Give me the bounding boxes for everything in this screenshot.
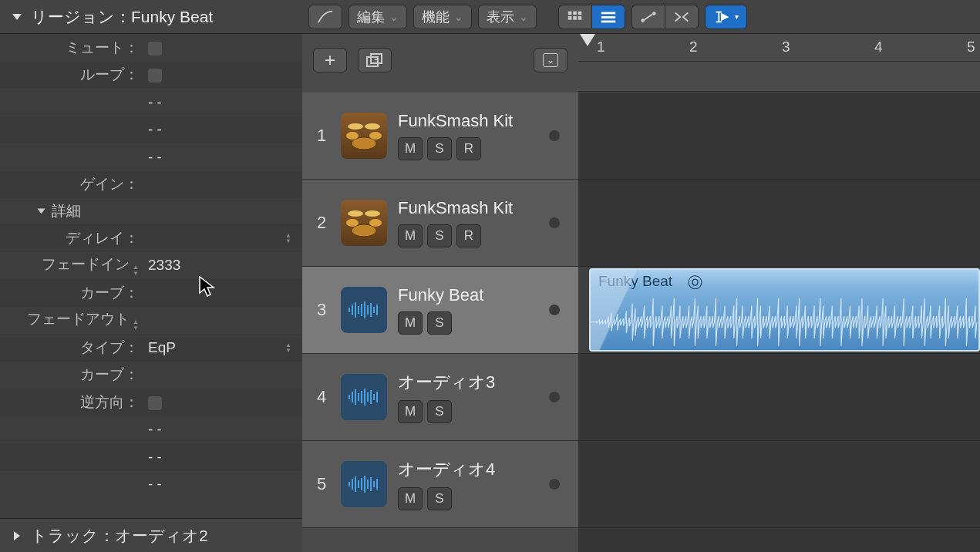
ruler[interactable]: 1 2 3 4 5: [578, 34, 980, 93]
track-m-button[interactable]: M: [398, 400, 423, 423]
edit-menu[interactable]: 編集: [349, 5, 407, 29]
track-name: オーディオ4: [398, 458, 495, 481]
track-m-button[interactable]: M: [398, 487, 423, 510]
list-view-button[interactable]: [591, 5, 625, 29]
track-name: FunkSmash Kit: [398, 111, 513, 131]
svg-point-16: [346, 132, 359, 140]
fadein-label: フェードイン: [0, 254, 143, 277]
main-area: 編集 機能 表示 ▾ + + ⌄ 1 2 3 4 5: [302, 0, 980, 552]
track-m-button[interactable]: M: [398, 311, 423, 335]
track-header[interactable]: 4 オーディオ3 MS: [302, 354, 578, 441]
svg-rect-45: [349, 482, 350, 486]
duplicate-icon: +: [366, 53, 383, 67]
track-header[interactable]: 5 オーディオ4 MS: [302, 441, 578, 528]
add-track-button[interactable]: +: [313, 48, 347, 72]
empty-value: - -: [143, 121, 302, 138]
track-number: 1: [302, 126, 341, 146]
track-name: オーディオ3: [398, 371, 495, 394]
type-value[interactable]: EqP: [143, 339, 302, 356]
automation-curve-button[interactable]: [308, 5, 342, 29]
stepper-icon[interactable]: [133, 264, 139, 277]
svg-rect-7: [601, 16, 615, 19]
track-header[interactable]: 1 FunkSmash Kit MSR: [302, 93, 578, 180]
timeline-row[interactable]: Funky Beat ⓞ: [578, 267, 980, 354]
svg-rect-28: [358, 306, 359, 314]
track-s-button[interactable]: S: [427, 224, 452, 247]
timeline[interactable]: Funky Beat ⓞ: [578, 93, 980, 552]
track-r-button[interactable]: R: [456, 224, 481, 247]
timeline-row[interactable]: [578, 93, 980, 180]
waveform-icon: [341, 461, 387, 507]
track-status-dot: [549, 217, 560, 228]
global-tracks-button[interactable]: ⌄: [534, 48, 567, 72]
svg-rect-37: [355, 389, 356, 405]
svg-rect-33: [373, 307, 375, 313]
svg-rect-26: [352, 305, 353, 315]
svg-point-24: [365, 210, 380, 217]
svg-rect-30: [364, 301, 365, 318]
track-header[interactable]: 3 Funky Beat MS: [302, 267, 578, 354]
svg-rect-39: [361, 391, 362, 403]
mute-checkbox[interactable]: [148, 42, 162, 56]
timeline-row[interactable]: [578, 441, 980, 528]
loop-label: ループ：: [0, 65, 143, 85]
disclosure-triangle-icon[interactable]: [14, 531, 20, 540]
inspector-header[interactable]: リージョン： Funky Beat: [0, 0, 302, 34]
svg-point-17: [369, 132, 382, 140]
duplicate-track-button[interactable]: +: [358, 48, 392, 72]
svg-rect-49: [361, 478, 362, 490]
track-number: 5: [302, 474, 341, 494]
fadeout-label: フェードアウト: [0, 309, 143, 332]
track-number: 4: [302, 387, 341, 407]
grid-view-button[interactable]: [558, 5, 591, 29]
timeline-row[interactable]: [578, 180, 980, 267]
track-m-button[interactable]: M: [398, 224, 423, 247]
drums-icon: [341, 200, 387, 246]
ruler-mark: 4: [874, 39, 883, 56]
svg-rect-38: [358, 393, 359, 401]
flex-button[interactable]: [665, 5, 699, 29]
gain-label: ゲイン：: [0, 174, 143, 194]
functions-menu[interactable]: 機能: [413, 5, 472, 29]
track-status-dot: [549, 392, 560, 402]
svg-rect-53: [373, 481, 375, 487]
disclosure-triangle-icon[interactable]: [38, 209, 45, 214]
track-status-dot: [549, 130, 560, 141]
track-name: Funky Beat: [398, 285, 483, 305]
loop-checkbox[interactable]: [148, 69, 162, 82]
track-headers: 1 FunkSmash Kit MSR 2 FunkSmash Kit MSR …: [302, 93, 578, 552]
reverse-checkbox[interactable]: [148, 396, 162, 410]
track-s-button[interactable]: S: [427, 137, 452, 160]
track-s-button[interactable]: S: [427, 487, 452, 510]
subheader: + + ⌄ 1 2 3 4 5: [302, 34, 980, 93]
track-header[interactable]: 2 FunkSmash Kit MSR: [302, 180, 578, 267]
chevron-updown-icon[interactable]: [285, 342, 291, 353]
chevron-updown-icon[interactable]: [285, 233, 291, 244]
view-menu[interactable]: 表示: [478, 5, 537, 29]
loop-icon: ⓞ: [688, 273, 702, 293]
catch-playhead-button[interactable]: ▾: [705, 5, 747, 29]
disclosure-triangle-icon[interactable]: [12, 14, 22, 20]
audio-region[interactable]: Funky Beat ⓞ: [589, 268, 980, 352]
track-s-button[interactable]: S: [427, 311, 452, 335]
track-m-button[interactable]: M: [398, 137, 423, 160]
svg-rect-52: [370, 477, 372, 491]
svg-point-15: [352, 137, 376, 150]
inspector-footer[interactable]: トラック： オーディオ2: [0, 518, 302, 552]
svg-text:+: +: [374, 56, 379, 64]
timeline-row[interactable]: [578, 354, 980, 441]
playhead-icon[interactable]: [580, 34, 595, 46]
track-s-button[interactable]: S: [427, 400, 452, 423]
svg-rect-46: [352, 479, 353, 490]
stepper-icon[interactable]: [133, 319, 139, 332]
details-section[interactable]: 詳細: [0, 198, 302, 224]
track-r-button[interactable]: R: [456, 137, 481, 160]
fadein-value[interactable]: 2333: [143, 257, 302, 274]
track-status-dot: [549, 479, 560, 490]
chevron-down-icon: ⌄: [543, 53, 558, 67]
automation-button[interactable]: [631, 5, 665, 29]
svg-rect-31: [367, 305, 369, 315]
empty-value: - -: [143, 94, 302, 111]
waveform-icon: [591, 293, 978, 351]
empty-value: - -: [143, 421, 302, 438]
